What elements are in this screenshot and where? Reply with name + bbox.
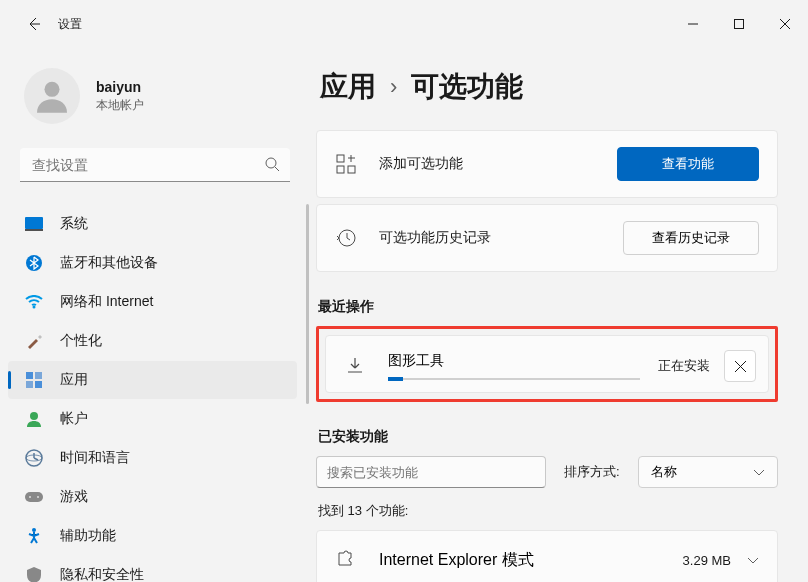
recent-highlight: 图形工具 正在安装 [316, 326, 778, 402]
minimize-icon [688, 19, 698, 29]
account-icon [24, 409, 44, 429]
svg-point-2 [266, 158, 276, 168]
profile-name: baiyun [96, 79, 144, 95]
gamepad-icon [24, 487, 44, 507]
svg-rect-7 [26, 372, 33, 379]
sidebar-item-label: 时间和语言 [60, 449, 130, 467]
sidebar-item-network[interactable]: 网络和 Internet [8, 283, 297, 321]
breadcrumb: 应用 › 可选功能 [320, 68, 778, 106]
sidebar-item-accessibility[interactable]: 辅助功能 [8, 517, 297, 555]
sidebar-item-label: 蓝牙和其他设备 [60, 254, 158, 272]
nav-list: 系统 蓝牙和其他设备 网络和 Internet 个性化 应用 帐户 时间和语言 … [0, 204, 310, 582]
svg-point-15 [29, 496, 31, 498]
svg-rect-0 [735, 20, 744, 29]
arrow-left-icon [26, 16, 42, 32]
svg-rect-8 [35, 372, 42, 379]
sidebar-item-bluetooth[interactable]: 蓝牙和其他设备 [8, 244, 297, 282]
profile-sub: 本地帐户 [96, 97, 144, 114]
history-title: 可选功能历史记录 [379, 229, 491, 247]
recent-heading: 最近操作 [318, 298, 778, 316]
sidebar-item-label: 个性化 [60, 332, 102, 350]
breadcrumb-parent[interactable]: 应用 [320, 68, 376, 106]
search-input[interactable] [20, 148, 290, 182]
svg-rect-9 [26, 381, 33, 388]
recent-item: 图形工具 正在安装 [325, 335, 769, 393]
sidebar-item-label: 应用 [60, 371, 88, 389]
history-icon [335, 227, 357, 249]
close-button[interactable] [762, 8, 808, 40]
installed-feature-name: Internet Explorer 模式 [379, 550, 534, 571]
install-progress [388, 378, 640, 380]
recent-item-name: 图形工具 [388, 352, 640, 370]
sidebar-item-label: 网络和 Internet [60, 293, 153, 311]
window-title: 设置 [58, 16, 82, 33]
chevron-right-icon: › [390, 74, 397, 100]
view-history-button[interactable]: 查看历史记录 [623, 221, 759, 255]
sidebar-item-account[interactable]: 帐户 [8, 400, 297, 438]
sidebar-item-gaming[interactable]: 游戏 [8, 478, 297, 516]
sidebar-item-label: 辅助功能 [60, 527, 116, 545]
profile-block[interactable]: baiyun 本地帐户 [0, 60, 310, 148]
svg-rect-10 [35, 381, 42, 388]
apps-icon [24, 370, 44, 390]
scrollbar-thumb[interactable] [306, 204, 309, 404]
sidebar-item-system[interactable]: 系统 [8, 205, 297, 243]
svg-point-6 [33, 306, 36, 309]
installed-filter-input[interactable] [316, 456, 546, 488]
minimize-button[interactable] [670, 8, 716, 40]
svg-rect-4 [25, 229, 43, 231]
add-feature-card: 添加可选功能 查看功能 [316, 130, 778, 198]
maximize-button[interactable] [716, 8, 762, 40]
recent-item-status: 正在安装 [658, 357, 710, 375]
svg-point-11 [30, 412, 38, 420]
avatar [24, 68, 80, 124]
sidebar-item-time[interactable]: 时间和语言 [8, 439, 297, 477]
svg-rect-19 [337, 166, 344, 173]
svg-point-17 [32, 528, 36, 532]
person-icon [32, 76, 72, 116]
svg-rect-18 [337, 155, 344, 162]
wifi-icon [24, 292, 44, 312]
sidebar-item-personalization[interactable]: 个性化 [8, 322, 297, 360]
grid-plus-icon [335, 153, 357, 175]
svg-point-16 [37, 496, 39, 498]
sidebar-item-label: 游戏 [60, 488, 88, 506]
back-button[interactable] [14, 4, 54, 44]
installed-feature-row[interactable]: Internet Explorer 模式 3.29 MB [316, 530, 778, 582]
svg-rect-14 [25, 492, 43, 502]
search-icon [264, 156, 280, 176]
system-icon [24, 214, 44, 234]
cancel-install-button[interactable] [724, 350, 756, 382]
svg-point-1 [45, 82, 60, 97]
found-count: 找到 13 个功能: [318, 502, 778, 520]
sort-value: 名称 [651, 463, 677, 481]
clock-globe-icon [24, 448, 44, 468]
sidebar-item-label: 隐私和安全性 [60, 566, 144, 582]
breadcrumb-current: 可选功能 [411, 68, 523, 106]
add-feature-title: 添加可选功能 [379, 155, 463, 173]
installed-heading: 已安装功能 [318, 428, 778, 446]
view-features-button[interactable]: 查看功能 [617, 147, 759, 181]
sidebar-item-label: 帐户 [60, 410, 88, 428]
download-icon [344, 355, 366, 377]
history-card: 可选功能历史记录 查看历史记录 [316, 204, 778, 272]
sidebar-item-label: 系统 [60, 215, 88, 233]
close-icon [780, 19, 790, 29]
svg-rect-20 [348, 166, 355, 173]
x-icon [735, 361, 746, 372]
brush-icon [24, 331, 44, 351]
accessibility-icon [24, 526, 44, 546]
sidebar-item-privacy[interactable]: 隐私和安全性 [8, 556, 297, 582]
sort-select[interactable]: 名称 [638, 456, 778, 488]
svg-rect-3 [25, 217, 43, 229]
chevron-down-icon [753, 465, 765, 480]
sidebar-item-apps[interactable]: 应用 [8, 361, 297, 399]
sort-label: 排序方式: [564, 463, 620, 481]
maximize-icon [734, 19, 744, 29]
puzzle-icon [335, 549, 357, 571]
bluetooth-icon [24, 253, 44, 273]
chevron-down-icon [747, 551, 759, 569]
installed-feature-size: 3.29 MB [683, 553, 731, 568]
shield-icon [24, 565, 44, 582]
